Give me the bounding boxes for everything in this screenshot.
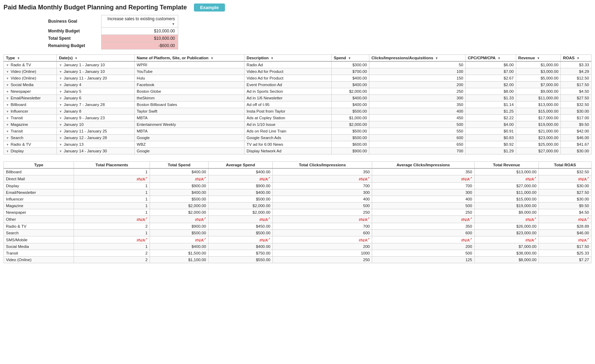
date-dropdown-icon[interactable]: ▼ — [59, 130, 63, 133]
main-table-body: ▼ Radio & TV▼ January 1 - January 10WPRI… — [4, 61, 592, 154]
table-cell: ▼ January 13 — [57, 141, 135, 148]
table-cell: ▼ Magazine — [4, 121, 57, 128]
table-cell: $900.00 — [331, 148, 369, 154]
table-cell: Ad off of I-95 — [244, 101, 332, 108]
summary-cell: 250 — [273, 257, 372, 263]
sum-col-avg-clicks: Average Clicks/Impressions — [372, 162, 474, 169]
summary-row: Other#N/A↗#N/A↗#N/A↗#N/A↗#N/A↗#N/A↗#N/A↗ — [4, 215, 592, 223]
table-cell: ▼ Influencer — [4, 108, 57, 115]
type-dropdown-icon[interactable]: ▼ — [6, 136, 10, 140]
summary-row: Display1$900.00$900.00700700$27,000.00$3… — [4, 182, 592, 189]
date-dropdown-icon[interactable]: ▼ — [59, 150, 63, 153]
summary-cell: $19,000.00 — [474, 202, 538, 209]
type-dropdown-icon[interactable]: ▼ — [6, 70, 10, 74]
table-cell: $700.00 — [331, 68, 369, 75]
summary-cell: 1 — [74, 182, 150, 189]
summary-cell: 500 — [372, 250, 474, 257]
date-dropdown-icon[interactable]: ▼ — [59, 83, 63, 87]
table-cell: Hulu — [135, 75, 244, 82]
table-cell: $46.00 — [561, 135, 592, 141]
summary-row: Influencer1$500.00$500.00400400$15,000.0… — [4, 196, 592, 202]
summary-cell: $30.00 — [539, 182, 592, 189]
table-cell: MBTA — [135, 128, 244, 135]
type-dropdown-icon[interactable]: ▼ — [6, 97, 10, 100]
na-value: #N/A — [578, 177, 587, 181]
date-dropdown-icon[interactable]: ▼ — [59, 110, 63, 113]
date-dropdown-icon[interactable]: ▼ — [59, 70, 63, 74]
date-dropdown-icon[interactable]: ▼ — [59, 103, 63, 107]
table-cell: $19,000.00 — [516, 121, 560, 128]
table-cell: 250 — [369, 88, 466, 95]
table-cell: $1.25 — [466, 108, 516, 115]
na-value: #N/A — [359, 238, 367, 242]
table-row: ▼ Influencer▼ January 8Taylor SwiftInsta… — [4, 108, 592, 115]
na-value: #N/A — [195, 177, 203, 181]
type-dropdown-icon[interactable]: ▼ — [6, 130, 10, 133]
date-dropdown-icon[interactable]: ▼ — [59, 123, 63, 127]
na-value: #N/A — [578, 238, 587, 242]
table-cell: $17.00 — [561, 115, 592, 121]
type-dropdown-icon[interactable]: ▼ — [6, 143, 10, 146]
date-dropdown-icon[interactable]: ▼ — [59, 143, 63, 146]
summary-cell: #N/A↗ — [208, 236, 272, 243]
summary-cell: 2 — [74, 223, 150, 229]
type-dropdown-icon[interactable]: ▼ — [6, 83, 10, 87]
na-value: #N/A — [137, 238, 145, 242]
table-cell: ▼ January 5 — [57, 88, 135, 95]
table-cell: 700 — [369, 148, 466, 154]
summary-cell: 200 — [372, 243, 474, 250]
summary-row: SMS/Mobile#N/A↗#N/A↗#N/A↗#N/A↗#N/A↗#N/A↗… — [4, 236, 592, 243]
type-dropdown-icon[interactable]: ▼ — [6, 63, 10, 67]
date-dropdown-icon[interactable]: ▼ — [59, 97, 63, 100]
summary-cell: 400 — [372, 196, 474, 202]
type-dropdown-icon[interactable]: ▼ — [6, 77, 10, 80]
summary-cell: $15,000.00 — [474, 196, 538, 202]
summary-cell: 400 — [273, 196, 372, 202]
total-spent-label: Total Spent — [45, 35, 101, 42]
summary-cell: 700 — [273, 182, 372, 189]
table-cell: Video Ad for Product — [244, 75, 332, 82]
summary-cell: #N/A↗ — [208, 175, 272, 183]
table-cell: ▼ Social Media — [4, 82, 57, 88]
business-goal-dropdown-icon[interactable]: ▼ — [172, 22, 175, 26]
business-goal-value[interactable]: Increase sales to existing customers ▼ — [101, 15, 178, 28]
table-cell: ▼ January 1 - January 10 — [57, 61, 135, 68]
table-row: ▼ Newspaper▼ January 5Boston GlobeAd in … — [4, 88, 592, 95]
table-cell: 150 — [369, 75, 466, 82]
type-dropdown-icon[interactable]: ▼ — [6, 123, 10, 127]
date-dropdown-icon[interactable]: ▼ — [59, 77, 63, 80]
summary-cell: $17.50 — [539, 243, 592, 250]
na-value: #N/A — [526, 218, 534, 222]
summary-cell: 125 — [372, 257, 474, 263]
table-cell: $12.50 — [561, 75, 592, 82]
summary-cell: $32.50 — [539, 168, 592, 175]
table-cell: $21,000.00 — [516, 128, 560, 135]
table-cell: $11,000.00 — [516, 95, 560, 101]
table-cell: $2.67 — [466, 75, 516, 82]
table-cell: $400.00 — [331, 101, 369, 108]
table-cell: ▼ January 6 — [57, 95, 135, 101]
date-dropdown-icon[interactable]: ▼ — [59, 63, 63, 67]
summary-cell: $1,100.00 — [150, 257, 209, 263]
date-dropdown-icon[interactable]: ▼ — [59, 136, 63, 140]
na-value: #N/A — [137, 218, 145, 222]
main-data-table: Type ▼ Date(s) ▼ Name of Platform, Site,… — [3, 54, 592, 154]
type-dropdown-icon[interactable]: ▼ — [6, 110, 10, 113]
monthly-budget-label: Monthly Budget — [45, 28, 101, 35]
type-dropdown-icon[interactable]: ▼ — [6, 90, 10, 93]
type-dropdown-icon[interactable]: ▼ — [6, 150, 10, 153]
summary-cell: Social Media — [4, 243, 74, 250]
table-cell: $0.83 — [466, 135, 516, 141]
summary-cell: Newspaper — [4, 209, 74, 215]
type-dropdown-icon[interactable]: ▼ — [6, 103, 10, 107]
date-dropdown-icon[interactable]: ▼ — [59, 90, 63, 93]
monthly-budget-value: $10,000.00 — [101, 28, 178, 35]
summary-cell: #N/A↗ — [539, 175, 592, 183]
table-cell: $17.50 — [561, 82, 592, 88]
date-dropdown-icon[interactable]: ▼ — [59, 116, 63, 120]
type-dropdown-icon[interactable]: ▼ — [6, 116, 10, 120]
table-cell: $7.00 — [466, 68, 516, 75]
col-dates: Date(s) ▼ — [57, 55, 135, 62]
table-cell: Video Ad for Product — [244, 68, 332, 75]
summary-cell: SMS/Mobile — [4, 236, 74, 243]
